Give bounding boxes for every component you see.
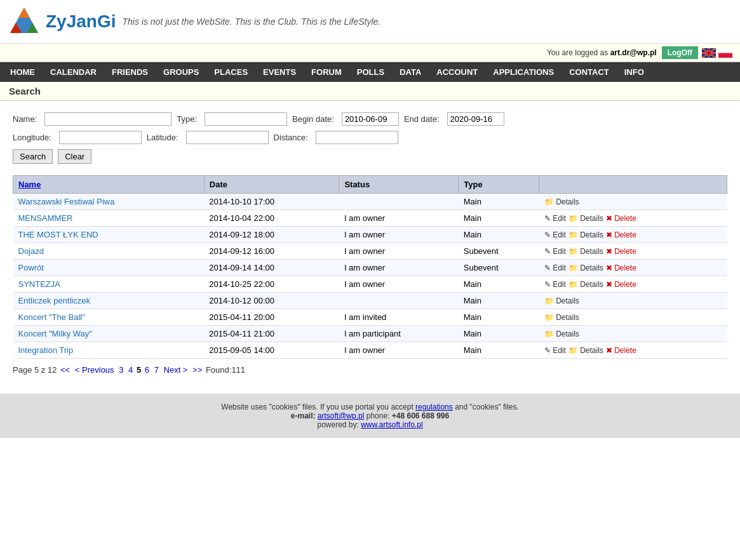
nav-link-polls[interactable]: POLLS	[349, 62, 392, 82]
event-name-link[interactable]: Warszawski Festiwal Piwa	[18, 197, 115, 206]
details-button[interactable]: 📁 Details	[568, 346, 603, 355]
delete-button[interactable]: ✖ Delete	[606, 214, 636, 223]
delete-button[interactable]: ✖ Delete	[606, 263, 636, 272]
flag-pl[interactable]	[718, 48, 732, 58]
nav-item-forum[interactable]: FORUM	[304, 62, 349, 82]
edit-button[interactable]: ✎ Edit	[544, 214, 566, 223]
begin-date-input[interactable]	[342, 112, 399, 126]
nav-item-applications[interactable]: APPLICATIONS	[485, 62, 562, 82]
delete-button[interactable]: ✖ Delete	[606, 230, 636, 239]
pagination-page-6[interactable]: 6	[145, 365, 149, 375]
nav-link-info[interactable]: INFO	[617, 62, 652, 82]
event-name-link[interactable]: SYNTEZJA	[18, 279, 60, 289]
event-name-link[interactable]: Entliczek pentliczek	[18, 296, 90, 305]
nav-item-places[interactable]: PLACES	[206, 62, 255, 82]
nav-link-forum[interactable]: FORUM	[304, 62, 349, 82]
cell-actions: 📁 Details	[539, 293, 727, 309]
cell-actions: 📁 Details	[539, 309, 727, 326]
nav-item-friends[interactable]: FRIENDS	[104, 62, 156, 82]
nav-link-contact[interactable]: CONTACT	[562, 62, 617, 82]
pagination-prev[interactable]: < Previous	[75, 365, 114, 375]
pagination-page-7[interactable]: 7	[154, 365, 159, 375]
pagination-page-3[interactable]: 3	[119, 365, 123, 375]
nav-link-calendar[interactable]: CALENDAR	[43, 62, 104, 82]
nav-link-places[interactable]: PLACES	[206, 62, 255, 82]
table-row: THE MOST ŁYK END2014-09-12 18:00I am own…	[13, 227, 727, 243]
event-name-link[interactable]: Koncert "Milky Way"	[18, 329, 92, 338]
name-label: Name:	[13, 114, 37, 124]
nav-item-calendar[interactable]: CALENDAR	[43, 62, 104, 82]
event-name-link[interactable]: Powrót	[18, 263, 44, 272]
pagination-first[interactable]: <<	[60, 365, 70, 375]
delete-button[interactable]: ✖ Delete	[606, 280, 636, 289]
end-date-input[interactable]	[447, 112, 504, 126]
edit-button[interactable]: ✎ Edit	[544, 263, 566, 272]
cell-status: I am owner	[339, 342, 459, 359]
nav-link-groups[interactable]: GROUPS	[156, 62, 206, 82]
details-button[interactable]: 📁 Details	[568, 263, 603, 272]
search-button[interactable]: Search	[13, 149, 53, 164]
footer-powered-link[interactable]: www.artsoft.info.pl	[361, 420, 422, 429]
nav-item-data[interactable]: DATA	[392, 62, 429, 82]
pagination-next[interactable]: Next >	[164, 365, 188, 375]
details-button[interactable]: 📁 Details	[544, 297, 579, 305]
footer-regulations-link[interactable]: regulations	[415, 403, 453, 411]
nav-item-polls[interactable]: POLLS	[349, 62, 392, 82]
cell-status: I am owner	[339, 243, 459, 260]
nav-item-groups[interactable]: GROUPS	[156, 62, 206, 82]
nav-link-events[interactable]: EVENTS	[255, 62, 304, 82]
details-button[interactable]: 📁 Details	[544, 330, 579, 338]
details-button[interactable]: 📁 Details	[544, 313, 579, 322]
cell-type: Main	[459, 309, 539, 326]
event-name-link[interactable]: Dojazd	[18, 246, 44, 256]
nav-item-contact[interactable]: CONTACT	[562, 62, 617, 82]
cell-actions: ✎ Edit📁 Details✖ Delete	[539, 227, 727, 243]
logo-name: ZyJanGi	[46, 11, 116, 32]
type-input[interactable]	[205, 112, 287, 126]
event-name-link[interactable]: Integration Trip	[18, 345, 74, 355]
table-row: Entliczek pentliczek2014-10-12 00:00Main…	[13, 293, 727, 309]
footer: Website uses "cookies" files. If you use…	[0, 394, 740, 438]
delete-button[interactable]: ✖ Delete	[606, 247, 636, 256]
details-button[interactable]: 📁 Details	[568, 247, 603, 256]
edit-button[interactable]: ✎ Edit	[544, 247, 566, 256]
nav-link-friends[interactable]: FRIENDS	[104, 62, 156, 82]
edit-button[interactable]: ✎ Edit	[544, 346, 566, 355]
event-name-link[interactable]: Koncert "The Ball"	[18, 312, 85, 322]
nav-item-account[interactable]: ACCOUNT	[429, 62, 485, 82]
longitude-input[interactable]	[59, 131, 142, 144]
footer-email-link[interactable]: artsoft@wp.pl	[318, 411, 365, 420]
clear-button[interactable]: Clear	[58, 149, 91, 164]
flag-uk[interactable]	[702, 48, 716, 58]
pagination-page-4[interactable]: 4	[128, 365, 133, 375]
name-input[interactable]	[44, 112, 172, 126]
latitude-input[interactable]	[186, 131, 269, 144]
distance-input[interactable]	[316, 131, 398, 144]
nav-item-info[interactable]: INFO	[617, 62, 652, 82]
nav-link-data[interactable]: DATA	[392, 62, 429, 82]
nav-item-events[interactable]: EVENTS	[255, 62, 304, 82]
logoff-button[interactable]: LogOff	[662, 46, 698, 59]
main-nav: HOME CALENDAR FRIENDS GROUPS PLACES EVEN…	[0, 62, 740, 82]
pagination-last[interactable]: >>	[192, 365, 202, 375]
edit-button[interactable]: ✎ Edit	[544, 280, 566, 289]
delete-button[interactable]: ✖ Delete	[606, 346, 636, 355]
cell-date: 2014-09-12 18:00	[204, 227, 339, 243]
details-button[interactable]: 📁 Details	[568, 280, 603, 289]
details-button[interactable]: 📁 Details	[568, 230, 603, 239]
nav-link-account[interactable]: ACCOUNT	[429, 62, 485, 82]
col-type: Type	[459, 176, 539, 194]
edit-button[interactable]: ✎ Edit	[544, 230, 566, 239]
longitude-label: Longitude:	[13, 133, 51, 142]
nav-link-applications[interactable]: APPLICATIONS	[485, 62, 562, 82]
nav-link-home[interactable]: HOME	[3, 62, 43, 82]
search-row-3: Search Clear	[13, 149, 727, 164]
cell-name: Dojazd	[13, 243, 205, 260]
details-button[interactable]: 📁 Details	[544, 197, 579, 206]
event-name-link[interactable]: MENSAMMER	[18, 213, 73, 223]
details-button[interactable]: 📁 Details	[568, 214, 603, 223]
cell-actions: ✎ Edit📁 Details✖ Delete	[539, 260, 727, 276]
event-name-link[interactable]: THE MOST ŁYK END	[18, 230, 98, 239]
nav-item-home[interactable]: HOME	[3, 62, 43, 82]
col-name-link[interactable]: Name	[18, 180, 41, 189]
